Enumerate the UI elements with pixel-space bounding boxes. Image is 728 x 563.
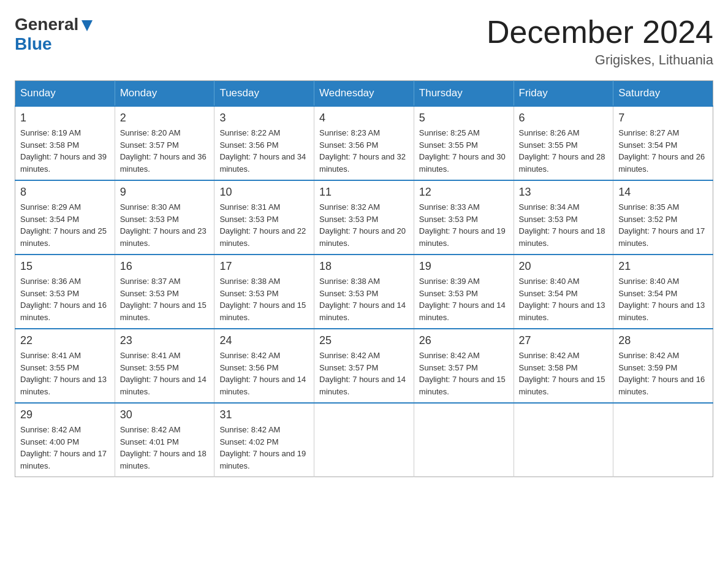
- sunrise: Sunrise: 8:32 AM: [319, 202, 380, 212]
- calendar-cell: 9 Sunrise: 8:30 AM Sunset: 3:53 PM Dayli…: [115, 180, 214, 255]
- daylight: Daylight: 7 hours and 22 minutes.: [219, 226, 306, 248]
- header-cell-sunday: Sunday: [15, 81, 115, 107]
- sunset: Sunset: 3:54 PM: [20, 215, 79, 224]
- day-number: 22: [20, 334, 110, 347]
- sunset: Sunset: 3:53 PM: [120, 215, 179, 224]
- daylight: Daylight: 7 hours and 18 minutes.: [120, 449, 207, 470]
- calendar-cell: 19 Sunrise: 8:39 AM Sunset: 3:53 PM Dayl…: [414, 255, 514, 329]
- calendar-week-4: 22 Sunrise: 8:41 AM Sunset: 3:55 PM Dayl…: [15, 329, 713, 403]
- daylight: Daylight: 7 hours and 15 minutes.: [219, 301, 306, 322]
- day-number: 17: [219, 260, 309, 273]
- calendar-cell: 13 Sunrise: 8:34 AM Sunset: 3:53 PM Dayl…: [514, 180, 613, 255]
- calendar-cell: 24 Sunrise: 8:42 AM Sunset: 3:56 PM Dayl…: [214, 329, 314, 403]
- sunrise: Sunrise: 8:42 AM: [219, 425, 280, 434]
- sunrise: Sunrise: 8:42 AM: [319, 351, 380, 360]
- calendar-cell: [514, 403, 613, 477]
- day-info: Sunrise: 8:25 AM Sunset: 3:55 PM Dayligh…: [419, 127, 509, 175]
- day-number: 18: [319, 260, 409, 273]
- sunrise: Sunrise: 8:29 AM: [20, 202, 81, 212]
- day-info: Sunrise: 8:42 AM Sunset: 3:59 PM Dayligh…: [618, 350, 708, 397]
- daylight: Daylight: 7 hours and 16 minutes.: [20, 301, 107, 322]
- daylight: Daylight: 7 hours and 18 minutes.: [519, 226, 605, 248]
- sunset: Sunset: 4:00 PM: [20, 437, 79, 446]
- sunrise: Sunrise: 8:22 AM: [219, 128, 280, 137]
- day-number: 7: [618, 112, 708, 124]
- sunset: Sunset: 3:53 PM: [319, 215, 378, 224]
- calendar-cell: 14 Sunrise: 8:35 AM Sunset: 3:52 PM Dayl…: [613, 180, 713, 255]
- daylight: Daylight: 7 hours and 14 minutes.: [219, 375, 306, 396]
- sunset: Sunset: 3:55 PM: [419, 140, 478, 150]
- day-number: 6: [519, 112, 609, 124]
- day-number: 4: [319, 112, 409, 124]
- day-info: Sunrise: 8:42 AM Sunset: 3:57 PM Dayligh…: [319, 350, 409, 397]
- daylight: Daylight: 7 hours and 20 minutes.: [319, 226, 406, 248]
- calendar-cell: 18 Sunrise: 8:38 AM Sunset: 3:53 PM Dayl…: [314, 255, 414, 329]
- day-info: Sunrise: 8:36 AM Sunset: 3:53 PM Dayligh…: [20, 275, 110, 323]
- sunset: Sunset: 3:56 PM: [219, 140, 278, 150]
- calendar-cell: 30 Sunrise: 8:42 AM Sunset: 4:01 PM Dayl…: [115, 403, 214, 477]
- sunset: Sunset: 3:53 PM: [519, 215, 578, 224]
- day-info: Sunrise: 8:42 AM Sunset: 3:57 PM Dayligh…: [419, 350, 509, 397]
- day-info: Sunrise: 8:20 AM Sunset: 3:57 PM Dayligh…: [120, 127, 210, 175]
- calendar-cell: 29 Sunrise: 8:42 AM Sunset: 4:00 PM Dayl…: [15, 403, 115, 477]
- day-number: 23: [120, 334, 210, 347]
- day-number: 13: [519, 186, 609, 199]
- sunrise: Sunrise: 8:42 AM: [618, 351, 679, 360]
- calendar-week-5: 29 Sunrise: 8:42 AM Sunset: 4:00 PM Dayl…: [15, 403, 713, 477]
- daylight: Daylight: 7 hours and 30 minutes.: [419, 152, 506, 174]
- day-number: 27: [519, 334, 609, 347]
- sunrise: Sunrise: 8:42 AM: [120, 425, 181, 434]
- sunrise: Sunrise: 8:42 AM: [20, 425, 81, 434]
- sunset: Sunset: 3:54 PM: [519, 289, 578, 298]
- sunrise: Sunrise: 8:42 AM: [519, 351, 580, 360]
- day-number: 29: [20, 408, 110, 421]
- sunset: Sunset: 3:55 PM: [519, 140, 578, 150]
- day-number: 5: [419, 112, 509, 124]
- sunset: Sunset: 3:57 PM: [419, 363, 478, 372]
- sunset: Sunset: 3:53 PM: [419, 289, 478, 298]
- logo-blue-text: Blue: [15, 34, 52, 54]
- sunset: Sunset: 3:53 PM: [419, 215, 478, 224]
- daylight: Daylight: 7 hours and 15 minutes.: [120, 301, 207, 322]
- calendar-cell: 22 Sunrise: 8:41 AM Sunset: 3:55 PM Dayl…: [15, 329, 115, 403]
- day-info: Sunrise: 8:42 AM Sunset: 4:02 PM Dayligh…: [219, 424, 309, 472]
- sunset: Sunset: 3:53 PM: [20, 289, 79, 298]
- day-info: Sunrise: 8:31 AM Sunset: 3:53 PM Dayligh…: [219, 201, 309, 249]
- daylight: Daylight: 7 hours and 36 minutes.: [120, 152, 207, 174]
- day-info: Sunrise: 8:29 AM Sunset: 3:54 PM Dayligh…: [20, 201, 110, 249]
- calendar-cell: 11 Sunrise: 8:32 AM Sunset: 3:53 PM Dayl…: [314, 180, 414, 255]
- sunrise: Sunrise: 8:26 AM: [519, 128, 580, 137]
- calendar-cell: 2 Sunrise: 8:20 AM Sunset: 3:57 PM Dayli…: [115, 106, 214, 180]
- day-info: Sunrise: 8:34 AM Sunset: 3:53 PM Dayligh…: [519, 201, 609, 249]
- calendar-cell: 20 Sunrise: 8:40 AM Sunset: 3:54 PM Dayl…: [514, 255, 613, 329]
- sunrise: Sunrise: 8:36 AM: [20, 277, 81, 286]
- day-info: Sunrise: 8:27 AM Sunset: 3:54 PM Dayligh…: [618, 127, 708, 175]
- sunset: Sunset: 3:55 PM: [120, 363, 179, 372]
- day-number: 21: [618, 260, 708, 273]
- sunset: Sunset: 3:53 PM: [219, 215, 278, 224]
- daylight: Daylight: 7 hours and 16 minutes.: [618, 375, 705, 396]
- day-info: Sunrise: 8:38 AM Sunset: 3:53 PM Dayligh…: [219, 275, 309, 323]
- sunset: Sunset: 3:57 PM: [120, 140, 179, 150]
- day-info: Sunrise: 8:23 AM Sunset: 3:56 PM Dayligh…: [319, 127, 409, 175]
- calendar-cell: [613, 403, 713, 477]
- daylight: Daylight: 7 hours and 28 minutes.: [519, 152, 605, 174]
- day-info: Sunrise: 8:40 AM Sunset: 3:54 PM Dayligh…: [618, 275, 708, 323]
- day-info: Sunrise: 8:40 AM Sunset: 3:54 PM Dayligh…: [519, 275, 609, 323]
- header-cell-friday: Friday: [514, 81, 613, 107]
- calendar-cell: 23 Sunrise: 8:41 AM Sunset: 3:55 PM Dayl…: [115, 329, 214, 403]
- sunset: Sunset: 3:57 PM: [319, 363, 378, 372]
- calendar-week-3: 15 Sunrise: 8:36 AM Sunset: 3:53 PM Dayl…: [15, 255, 713, 329]
- calendar-cell: [314, 403, 414, 477]
- logo-arrow-icon: [80, 19, 94, 33]
- day-info: Sunrise: 8:37 AM Sunset: 3:53 PM Dayligh…: [120, 275, 210, 323]
- daylight: Daylight: 7 hours and 39 minutes.: [20, 152, 107, 174]
- daylight: Daylight: 7 hours and 19 minutes.: [219, 449, 306, 470]
- sunset: Sunset: 4:01 PM: [120, 437, 179, 446]
- calendar-cell: 17 Sunrise: 8:38 AM Sunset: 3:53 PM Dayl…: [214, 255, 314, 329]
- page-title: December 2024: [487, 15, 713, 50]
- day-info: Sunrise: 8:30 AM Sunset: 3:53 PM Dayligh…: [120, 201, 210, 249]
- sunrise: Sunrise: 8:41 AM: [20, 351, 81, 360]
- day-info: Sunrise: 8:26 AM Sunset: 3:55 PM Dayligh…: [519, 127, 609, 175]
- sunset: Sunset: 4:02 PM: [219, 437, 278, 446]
